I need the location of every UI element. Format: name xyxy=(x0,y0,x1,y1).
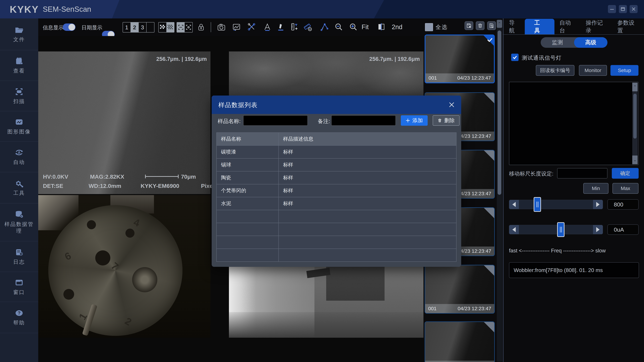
zoom-in-icon[interactable] xyxy=(349,22,358,31)
slider-thumb[interactable] xyxy=(534,197,541,212)
maximize-button[interactable] xyxy=(619,5,627,13)
tab-navigation[interactable]: 导航 xyxy=(504,19,525,34)
repair-tools-icon[interactable] xyxy=(247,22,256,31)
save-images-button[interactable] xyxy=(464,21,473,30)
slider-left-arrow[interactable] xyxy=(509,200,519,209)
dialog-header[interactable]: 样品数据列表 xyxy=(212,95,461,114)
sidebar-item-view[interactable]: 查看 xyxy=(0,50,38,81)
thumbnail[interactable]: 001 04/23 12:23:47 xyxy=(425,34,495,83)
gallery-scrollbar[interactable]: ⌃ xyxy=(497,20,502,362)
view-button-blank[interactable] xyxy=(146,22,154,32)
table-row[interactable]: 水泥标样 xyxy=(216,197,456,210)
mag-value-box[interactable]: 800 xyxy=(608,199,639,210)
preview-images-button[interactable] xyxy=(487,21,496,30)
confirm-button[interactable]: 确定 xyxy=(612,168,639,179)
scroll-up-icon[interactable]: ⌃ xyxy=(632,83,638,91)
angle-measure-icon[interactable] xyxy=(320,22,329,31)
sem-image-1[interactable]: 256.7μm. | 192.6μm xyxy=(38,51,210,194)
sidebar-item-help[interactable]: ? 帮助 xyxy=(0,302,38,333)
thumbnail-select-corner[interactable] xyxy=(484,150,494,161)
setup-button[interactable]: Setup xyxy=(610,65,638,76)
tab-auto-stage[interactable]: 自动台 xyxy=(554,19,581,34)
table-row[interactable] xyxy=(216,236,456,249)
thumbnail-select-corner[interactable] xyxy=(484,265,494,276)
table-cell xyxy=(216,236,278,249)
table-row[interactable] xyxy=(216,223,456,236)
split-view-icon[interactable] xyxy=(377,22,386,31)
thumbnail-select-corner[interactable] xyxy=(484,93,494,103)
slider-thumb[interactable] xyxy=(557,222,564,237)
lock-icon[interactable] xyxy=(197,23,205,31)
slider-right-arrow[interactable] xyxy=(593,200,603,209)
thumbnail-select-corner[interactable] xyxy=(484,208,494,218)
protractor-icon[interactable] xyxy=(303,22,312,31)
tab-operation-log[interactable]: 操作记录 xyxy=(580,19,612,34)
select-all-checkbox[interactable] xyxy=(425,23,433,31)
sidebar-item-files[interactable]: 文件 xyxy=(0,18,38,50)
thumbnail[interactable] xyxy=(425,322,495,362)
scroll-down-icon[interactable]: ⌄ xyxy=(632,156,638,164)
pen-icon[interactable] xyxy=(276,22,285,31)
tab-parameter-settings[interactable]: 参数设置 xyxy=(612,19,644,34)
sidebar-item-log[interactable]: 日志 xyxy=(0,241,38,272)
table-row[interactable]: 锡球标样 xyxy=(216,158,456,171)
chamber-camera-image[interactable]: 47612 xyxy=(38,195,210,338)
sidebar-item-tools[interactable]: 工具 xyxy=(0,172,38,203)
ruler-length-input[interactable] xyxy=(557,168,608,178)
close-button[interactable] xyxy=(630,5,638,13)
monitor-button[interactable]: Monitor xyxy=(579,65,607,76)
sidebar-item-graphics[interactable]: 图形图像 xyxy=(0,111,38,142)
table-row[interactable]: 个梵蒂冈的标样 xyxy=(216,184,456,197)
scrollbar-thumb[interactable] xyxy=(498,30,501,195)
frame-line-button[interactable] xyxy=(177,22,185,32)
slider-right-arrow[interactable] xyxy=(593,225,603,234)
sidebar-item-window[interactable]: 窗口 xyxy=(0,272,38,302)
mode-monitor[interactable]: 监测 xyxy=(541,37,574,48)
scroll-up-icon[interactable]: ⌃ xyxy=(497,20,502,28)
mode-advanced[interactable]: 高级 xyxy=(574,37,608,48)
add-sample-button[interactable]: 添加 xyxy=(401,115,428,126)
sidebar-item-scan[interactable]: 扫描 xyxy=(0,81,38,111)
fit-button[interactable]: Fit xyxy=(362,23,368,31)
view-button-2[interactable]: 2 xyxy=(131,22,139,32)
min-button[interactable]: Min xyxy=(583,183,608,194)
table-cell xyxy=(278,210,456,223)
second-button[interactable]: 2nd xyxy=(392,23,402,31)
max-button[interactable]: Max xyxy=(612,183,638,194)
checker-light-button[interactable] xyxy=(159,22,166,32)
table-row[interactable]: 陶瓷标样 xyxy=(216,171,456,184)
mode-toggle[interactable]: 监测 高级 xyxy=(541,37,608,48)
sidebar-item-auto[interactable]: A 自动 xyxy=(0,142,38,172)
table-row[interactable]: 碳喷漆标样 xyxy=(216,145,456,158)
view-button-3[interactable]: 3 xyxy=(139,22,146,32)
ruler-text-icon[interactable] xyxy=(290,22,298,31)
current-slider[interactable] xyxy=(509,225,603,234)
table-row[interactable] xyxy=(216,249,456,262)
thumbnail-select-corner[interactable] xyxy=(484,322,494,332)
scrollbar-thumb[interactable] xyxy=(633,94,636,139)
text-annotation-icon[interactable] xyxy=(263,22,272,31)
camera-icon[interactable] xyxy=(217,23,226,31)
mag-slider[interactable] xyxy=(509,200,603,209)
sample-name-input[interactable] xyxy=(243,115,308,126)
tab-tools[interactable]: 工具 xyxy=(525,19,554,34)
test-signal-checkbox[interactable] xyxy=(511,54,518,61)
zoom-out-icon[interactable] xyxy=(334,22,343,31)
image-adjust-icon[interactable] xyxy=(232,23,241,31)
dialog-close-button[interactable] xyxy=(448,101,456,109)
display-scrollbar[interactable]: ⌃ ⌄ xyxy=(632,83,638,164)
view-button-1[interactable]: 1 xyxy=(123,22,131,32)
checker-dense-button[interactable] xyxy=(166,22,174,32)
delete-images-button[interactable] xyxy=(476,21,484,30)
minimize-button[interactable] xyxy=(608,5,616,13)
slider-left-arrow[interactable] xyxy=(509,225,519,234)
readback-button[interactable]: 回读板卡编号 xyxy=(536,65,574,76)
thumbnail[interactable]: 001 04/23 12:23:47 xyxy=(425,265,495,314)
note-input[interactable] xyxy=(331,115,396,126)
frame-dot-button[interactable] xyxy=(185,22,192,32)
delete-sample-button[interactable]: 删除 xyxy=(433,115,460,126)
current-value-box[interactable]: 0uA xyxy=(608,224,639,235)
info-display-toggle[interactable] xyxy=(63,23,76,31)
table-row[interactable] xyxy=(216,210,456,223)
sidebar-item-sample-data[interactable]: 样品数据管理 xyxy=(0,203,38,241)
